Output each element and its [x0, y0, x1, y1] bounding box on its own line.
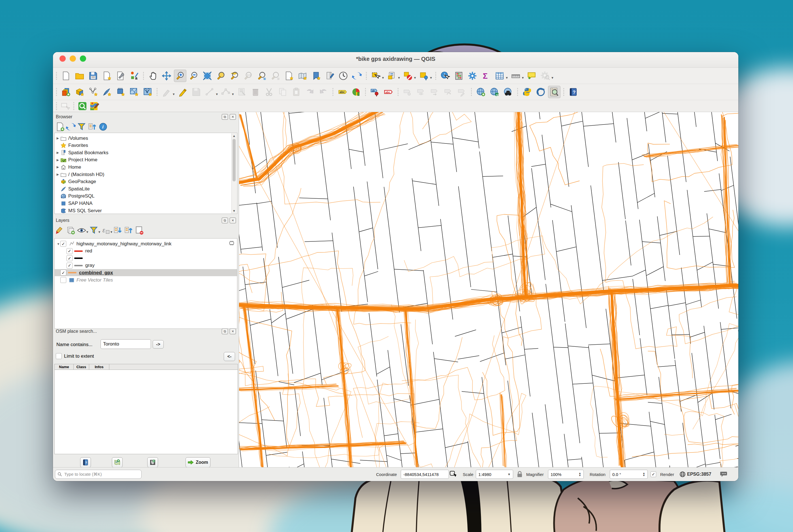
select-by-location-icon[interactable] — [418, 70, 430, 82]
measure-icon[interactable] — [510, 70, 522, 82]
manage-map-themes-icon[interactable] — [77, 226, 86, 235]
dropdown-caret-icon[interactable]: ▾ — [430, 76, 432, 80]
deselect-icon[interactable] — [402, 70, 414, 82]
layer-item-combined-gpx[interactable]: ✓combined_gpx — [55, 269, 237, 276]
layer-visibility-checkbox[interactable]: ✓ — [60, 241, 66, 247]
limit-to-extent-checkbox[interactable] — [56, 353, 62, 359]
layer-visibility-checkbox[interactable]: ✓ — [67, 248, 73, 254]
crs-globe-icon[interactable] — [679, 471, 686, 477]
expander-arrow-icon[interactable]: ▶ — [56, 151, 60, 154]
metasearch-icon[interactable]: Q — [488, 86, 501, 98]
float-panel-icon[interactable]: ⧉ — [222, 114, 228, 120]
map-canvas[interactable] — [239, 112, 738, 468]
statistics-icon[interactable] — [453, 70, 465, 82]
zoom-full-icon[interactable] — [201, 70, 214, 82]
collapse-all-layers-icon[interactable] — [124, 226, 133, 235]
dropdown-caret-icon[interactable]: ▾ — [551, 76, 553, 80]
osm-place-search-toggle-icon[interactable] — [548, 86, 560, 98]
osm-search-go-button[interactable]: -> — [153, 340, 164, 349]
osm-column-header-infos[interactable]: Infos — [89, 364, 109, 369]
float-panel-icon[interactable]: ⧉ — [222, 328, 228, 334]
filter-by-expression-icon[interactable]: ε — [101, 226, 110, 235]
osm-help-button[interactable]: ? — [80, 457, 91, 468]
magnifier-spinner[interactable]: 100% ▲▼ — [548, 470, 584, 479]
close-panel-icon[interactable]: ✕ — [230, 328, 236, 334]
highlight-pinned-labels-icon[interactable]: abc — [382, 86, 395, 98]
toggle-editing-icon[interactable] — [177, 86, 189, 98]
help-icon[interactable]: ? — [567, 86, 579, 98]
properties-info-icon[interactable]: i — [98, 122, 108, 131]
python-console-icon[interactable] — [521, 86, 533, 98]
layer-item-gray[interactable]: ✓gray — [55, 262, 237, 269]
title-bar[interactable]: *bike gps axidrawing — QGIS — [53, 52, 738, 68]
zoom-to-selection-icon[interactable] — [215, 70, 227, 82]
dropdown-caret-icon[interactable]: ▾ — [216, 92, 218, 96]
layer-visibility-checkbox[interactable]: ✓ — [60, 270, 66, 276]
browser-item-geopackage[interactable]: GeoPackage — [56, 178, 237, 185]
osm-add-layer-button[interactable] — [112, 457, 123, 468]
collapse-all-icon[interactable] — [88, 122, 97, 131]
dropdown-caret-icon[interactable]: ▾ — [398, 76, 400, 80]
dropdown-caret-icon[interactable]: ▾ — [98, 230, 100, 234]
expander-arrow-icon[interactable]: ▶ — [56, 173, 60, 176]
osm-downloader-icon[interactable] — [534, 86, 547, 98]
project-properties-icon[interactable] — [114, 70, 127, 82]
add-group-icon[interactable] — [66, 226, 76, 235]
rotation-spinner[interactable]: 0.0 ° ▲▼ — [610, 470, 648, 479]
refresh-browser-icon[interactable] — [66, 122, 76, 131]
select-by-form-icon[interactable] — [386, 70, 398, 82]
browser-item-volumes[interactable]: ▶ /Volumes — [56, 135, 237, 142]
pin-labels-icon[interactable]: ab — [369, 86, 381, 98]
expand-all-icon[interactable] — [113, 226, 123, 235]
browser-item-macintosh-hd[interactable]: ▶ / (Macintosh HD) — [56, 171, 237, 178]
layer-item-unnamed[interactable]: ✓ — [55, 255, 237, 262]
new-spatialite-icon[interactable] — [100, 86, 113, 98]
lock-scale-icon[interactable] — [517, 468, 522, 481]
browser-tree[interactable]: ▲ ▼ ▶ /Volumes Favorites▶ Spatial Bookma… — [54, 133, 237, 214]
locate-input[interactable]: Type to locate (⌘K) — [55, 470, 142, 479]
osm-search-green-icon[interactable] — [77, 101, 88, 111]
layer-item-red[interactable]: ✓red — [55, 248, 237, 255]
new-bookmark-icon[interactable] — [324, 70, 336, 82]
identify-features-icon[interactable]: i — [439, 70, 451, 82]
open-project-icon[interactable] — [73, 70, 86, 82]
new-virtual-layer-icon[interactable] — [114, 86, 127, 98]
dropdown-caret-icon[interactable]: ▾ — [506, 76, 508, 80]
spinner-arrows-icon[interactable]: ▲▼ — [640, 472, 645, 477]
browser-item-favorites[interactable]: Favorites — [56, 142, 237, 149]
bookmark-icon[interactable] — [310, 70, 322, 82]
osm-add-extent-button[interactable] — [147, 457, 158, 468]
remove-layer-icon[interactable] — [134, 226, 144, 235]
memory-layer-chip-icon[interactable] — [228, 240, 235, 248]
scale-combobox[interactable]: 1:4980 ▼ — [476, 470, 513, 479]
new-gpx-icon[interactable] — [141, 86, 154, 98]
new-shapefile-icon[interactable] — [87, 86, 99, 98]
browser-item-ms-sql-server[interactable]: MS SQL Server — [56, 207, 237, 214]
dropdown-caret-icon[interactable]: ▾ — [414, 76, 416, 80]
pan-map-icon[interactable] — [147, 70, 159, 82]
spinner-arrows-icon[interactable]: ▲▼ — [576, 472, 581, 477]
show-statistical-summary-icon[interactable]: Σ — [480, 70, 492, 82]
new-mesh-icon[interactable] — [128, 86, 140, 98]
layer-item-free-vector-tiles[interactable]: Free Vector Tiles — [55, 277, 237, 284]
zoom-out-icon[interactable] — [187, 70, 200, 82]
refresh-icon[interactable] — [351, 70, 363, 82]
temporal-controller-icon[interactable] — [337, 70, 350, 82]
new-3d-map-view-icon[interactable] — [296, 70, 309, 82]
browser-item-sap-hana[interactable]: SAP HANA — [56, 200, 237, 207]
dropdown-caret-icon[interactable]: ▾ — [382, 76, 384, 80]
save-as-icon[interactable] — [100, 70, 113, 82]
float-panel-icon[interactable]: ⧉ — [222, 217, 228, 223]
crs-value[interactable]: EPSG:3857 — [687, 472, 711, 477]
dropdown-caret-icon[interactable]: ▾ — [232, 92, 234, 96]
browser-item-postgresql[interactable]: PostgreSQL — [56, 193, 237, 200]
filter-legend-icon[interactable] — [89, 226, 98, 235]
osm-search-input[interactable]: Toronto — [100, 339, 151, 349]
osm-column-header-class[interactable]: Class — [74, 364, 89, 369]
browser-item-home[interactable]: ▶ Home — [56, 164, 237, 171]
map-tips-icon[interactable] — [525, 70, 538, 82]
dropdown-caret-icon[interactable]: ▾ — [86, 230, 88, 234]
coordinate-input[interactable]: -8840534,5411478 — [401, 470, 449, 479]
open-layer-styling-icon[interactable] — [55, 226, 65, 235]
save-project-icon[interactable] — [87, 70, 99, 82]
